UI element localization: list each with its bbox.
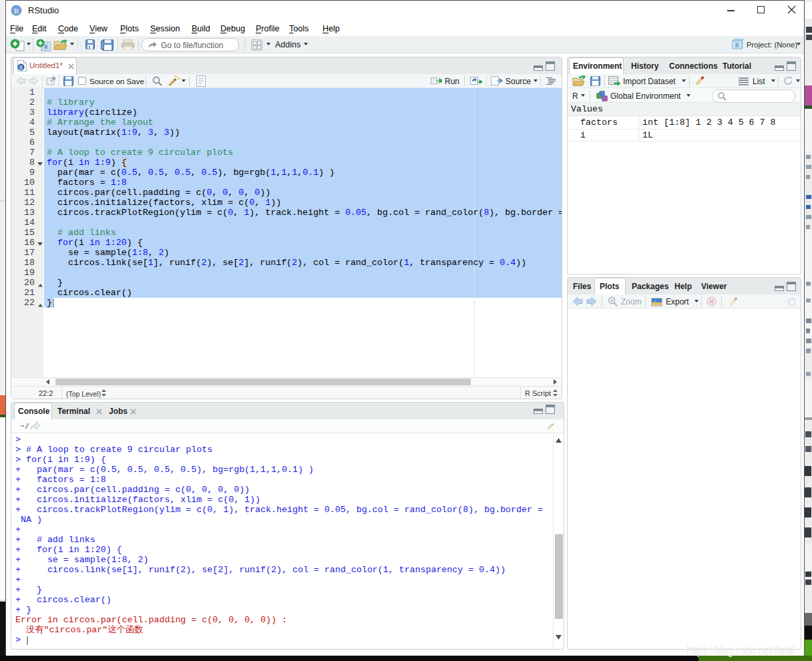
- svg-text:R: R: [19, 65, 23, 71]
- svg-text:R: R: [44, 43, 48, 50]
- svg-text:R: R: [735, 42, 740, 49]
- svg-text:R: R: [14, 7, 19, 15]
